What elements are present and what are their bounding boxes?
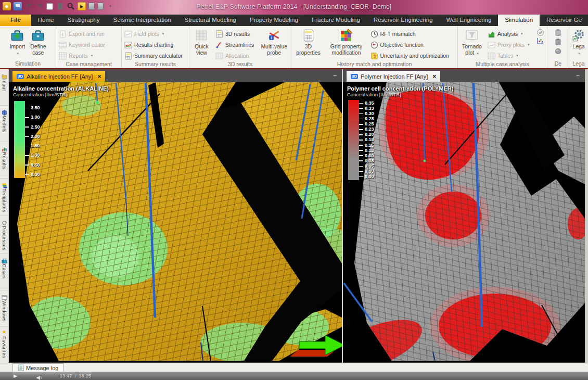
message-log-icon bbox=[18, 364, 24, 371]
define-case-button[interactable]: Definecase bbox=[29, 28, 47, 60]
sidebar-item-favorites[interactable]: ★ Favorites bbox=[0, 327, 8, 363]
minimize-icon[interactable]: – bbox=[333, 72, 337, 79]
message-log-tab[interactable]: Message log bbox=[12, 363, 64, 372]
viewport-tab-polymer[interactable]: 3D Polymer Injection FF [Any] × bbox=[347, 71, 440, 82]
tab-property-modeling[interactable]: Property Modeling bbox=[243, 15, 305, 26]
sidebar-item-input[interactable]: Input bbox=[0, 69, 8, 106]
right-edge-strip bbox=[585, 69, 588, 363]
streamlines-button[interactable]: Streamlines bbox=[214, 40, 258, 50]
tab-stratigraphy[interactable]: Stratigraphy bbox=[61, 15, 107, 26]
quick-view-icon bbox=[195, 29, 208, 42]
ribbon-group-case-management: Export and run Keyword editor Reports ▾ … bbox=[56, 26, 122, 68]
results-charting-button[interactable]: Results charting bbox=[123, 40, 188, 50]
polymer-legend-ticks: 0.350.330.300.280.250.230.200.180.150.13… bbox=[359, 101, 374, 179]
polymer-3d-canvas[interactable]: Polymer cell concentration (POLYMER) Con… bbox=[343, 82, 585, 361]
rft-mismatch-button[interactable]: RFT mismatch bbox=[369, 29, 456, 39]
volume-icon[interactable] bbox=[36, 373, 43, 378]
dropdown-icon: ▾ bbox=[521, 32, 523, 36]
check-circle-icon[interactable] bbox=[536, 29, 544, 36]
workspace: Input Models Results Templates Processes… bbox=[0, 69, 588, 363]
tab-seismic-interpretation[interactable]: Seismic Interpretation bbox=[107, 15, 178, 26]
close-icon[interactable]: × bbox=[97, 73, 101, 80]
sidebar-item-cases[interactable]: Cases bbox=[0, 254, 8, 290]
uncertainty-icon: ? bbox=[370, 52, 378, 60]
tab-reservoir-engineering[interactable]: Reservoir Engineering bbox=[367, 15, 440, 26]
viewport-tab-alkaline[interactable]: 3D Alkaline Injection FF [Any] × bbox=[12, 71, 105, 82]
dropdown-icon: ▾ bbox=[578, 52, 580, 55]
legend-tick: 2.50 bbox=[25, 125, 40, 130]
3d-view-icon: 3D bbox=[17, 74, 24, 79]
tornado-plot-button[interactable]: Tornadoplot ▾ bbox=[459, 28, 485, 61]
tab-fracture-modeling[interactable]: Fracture Modeling bbox=[305, 15, 367, 26]
tab-reservoir-geomechanics[interactable]: Reservoir Ge bbox=[540, 15, 588, 26]
explorer-sidebar: Input Models Results Templates Processes… bbox=[0, 69, 9, 363]
sphere-icon[interactable] bbox=[554, 47, 562, 55]
tables-button[interactable]: Tables ▾ bbox=[486, 50, 534, 61]
quick-view-button[interactable]: Quickview bbox=[190, 28, 213, 61]
legend-tick: 3.00 bbox=[25, 115, 40, 120]
viewport-alkaline: 3D Alkaline Injection FF [Any] × – bbox=[9, 69, 342, 363]
tab-structural-modeling[interactable]: Structural Modeling bbox=[178, 15, 243, 26]
alkaline-legend-ticks: 3.503.002.502.001.501.000.500.00 bbox=[25, 106, 40, 177]
legacy-button[interactable]: Lega▾ bbox=[571, 28, 586, 60]
legend-tick: 0.18 bbox=[359, 137, 374, 142]
field-plots-button[interactable]: Field plots ▾ bbox=[123, 29, 188, 39]
grid-property-modification-button[interactable]: Grid propertymodification bbox=[326, 28, 367, 61]
objective-function-button[interactable]: Objective function bbox=[369, 40, 456, 50]
sidebar-item-templates[interactable]: Templates bbox=[0, 179, 8, 216]
title-bar: ◆ ↶ ↷ ▶ ▾ Petrel E&P Software Platform 2… bbox=[0, 0, 588, 15]
proxy-plots-icon bbox=[488, 41, 495, 49]
minimize-icon[interactable]: – bbox=[576, 72, 580, 79]
message-log-row: Message log bbox=[0, 363, 588, 372]
sidebar-item-processes[interactable]: Processes bbox=[0, 216, 8, 254]
dropdown-icon: ▾ bbox=[528, 43, 530, 47]
keyword-editor-button[interactable]: Keyword editor bbox=[57, 40, 120, 50]
3d-results-button[interactable]: 3D results bbox=[214, 29, 258, 39]
tab-home[interactable]: Home bbox=[31, 15, 61, 26]
dropdown-icon: ▾ bbox=[17, 52, 19, 55]
dropdown-icon: ▾ bbox=[516, 54, 518, 58]
proxy-plots-button[interactable]: Proxy plots ▾ bbox=[486, 40, 534, 50]
summary-calculator-button[interactable]: Summary calculator bbox=[123, 50, 188, 61]
uncertainty-optimization-button[interactable]: ? Uncertainty and optimization bbox=[369, 50, 456, 61]
clipboard-icon[interactable] bbox=[554, 29, 562, 36]
tab-file[interactable]: File bbox=[0, 15, 31, 26]
legend-tick: 0.23 bbox=[359, 127, 374, 132]
alkaline-3d-canvas[interactable]: Alkaline concentration (ALKALINE) Concen… bbox=[9, 82, 342, 361]
analysis-button[interactable]: Analysis ▾ bbox=[486, 29, 534, 39]
scatter-analysis-icon[interactable] bbox=[536, 37, 544, 45]
sidebar-item-windows[interactable]: Windows bbox=[0, 290, 8, 327]
sidebar-item-models[interactable]: Models bbox=[0, 106, 8, 142]
3d-results-icon bbox=[215, 30, 223, 38]
allocation-button[interactable]: Allocation bbox=[214, 50, 258, 61]
tab-well-engineering[interactable]: Well Engineering bbox=[440, 15, 498, 26]
legend-tick: 0.00 bbox=[359, 174, 374, 179]
ribbon: Import▾ Definecase Simulation Export and… bbox=[0, 26, 588, 68]
svg-text:?: ? bbox=[373, 54, 376, 59]
clipboard-dark-icon[interactable] bbox=[554, 38, 562, 46]
dropdown-icon: ▾ bbox=[91, 54, 93, 58]
multi-value-probe-button[interactable]: i Multi-valueprobe bbox=[259, 28, 290, 61]
play-icon[interactable]: ▶ bbox=[14, 374, 17, 378]
cases-briefcase-icon bbox=[2, 257, 7, 262]
sidebar-item-results[interactable]: Results bbox=[0, 142, 8, 179]
ribbon-group-summary-results: Field plots ▾ Results charting Summary c… bbox=[122, 26, 189, 68]
group-label: Summary results bbox=[122, 61, 189, 68]
reports-button[interactable]: Reports ▾ bbox=[57, 50, 120, 61]
group-label: 3D results bbox=[189, 61, 291, 68]
export-and-run-button[interactable]: Export and run bbox=[57, 29, 120, 39]
3d-view-icon: 3D bbox=[351, 74, 358, 79]
grid-property-modification-icon bbox=[340, 29, 353, 42]
polymer-3d-scene bbox=[343, 82, 585, 361]
ribbon-group-legacy: Lega▾ Lega bbox=[569, 26, 588, 68]
import-button[interactable]: Import▾ bbox=[8, 28, 26, 60]
tab-simulation[interactable]: Simulation bbox=[498, 15, 540, 26]
playback-time: 13:47 / 18:25 bbox=[60, 373, 91, 378]
streamlines-icon bbox=[215, 41, 223, 49]
3d-properties-button[interactable]: 3Dproperties bbox=[293, 28, 324, 61]
legend-tick: 0.03 bbox=[359, 169, 374, 174]
close-icon[interactable]: × bbox=[432, 73, 436, 80]
legend-tick: 0.30 bbox=[359, 111, 374, 116]
viewport-divider[interactable] bbox=[342, 69, 343, 363]
group-label: Multiple case analysis bbox=[458, 61, 547, 68]
